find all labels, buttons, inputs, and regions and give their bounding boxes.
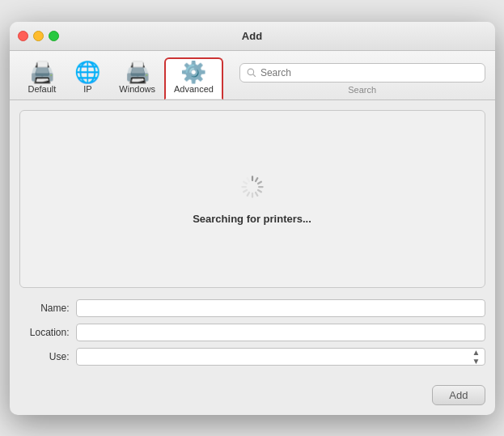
svg-line-9 bbox=[247, 193, 248, 196]
svg-line-1 bbox=[253, 74, 256, 76]
titlebar: Add bbox=[10, 22, 495, 51]
svg-line-12 bbox=[244, 182, 247, 184]
toolbar-left: 🖨️ Default 🌐 IP 🖨️ Windows ⚙️ Advanced bbox=[19, 57, 223, 99]
use-label: Use: bbox=[19, 351, 70, 362]
main-window: Add 🖨️ Default 🌐 IP 🖨️ Windows ⚙️ Advanc… bbox=[10, 22, 495, 415]
close-button[interactable] bbox=[18, 31, 28, 41]
tab-ip-label: IP bbox=[83, 84, 91, 94]
svg-line-3 bbox=[256, 178, 257, 181]
searching-text: Searching for printers... bbox=[193, 213, 311, 225]
tab-default[interactable]: 🖨️ Default bbox=[19, 57, 66, 99]
use-row: Use: ▲ ▼ bbox=[19, 348, 485, 366]
use-select-wrap: ▲ ▼ bbox=[76, 348, 485, 366]
svg-line-4 bbox=[258, 182, 261, 184]
maximize-button[interactable] bbox=[49, 31, 59, 41]
toolbar: 🖨️ Default 🌐 IP 🖨️ Windows ⚙️ Advanced bbox=[10, 51, 495, 100]
gear-icon: ⚙️ bbox=[180, 61, 206, 83]
globe-icon: 🌐 bbox=[74, 61, 100, 83]
footer: Add bbox=[10, 385, 495, 415]
svg-line-10 bbox=[244, 190, 247, 192]
search-field[interactable] bbox=[239, 63, 485, 83]
svg-line-6 bbox=[258, 190, 261, 192]
svg-line-13 bbox=[247, 178, 248, 181]
search-input[interactable] bbox=[260, 67, 478, 78]
name-row: Name: bbox=[19, 299, 485, 317]
name-label: Name: bbox=[19, 303, 70, 314]
tab-advanced[interactable]: ⚙️ Advanced bbox=[164, 57, 223, 99]
tab-ip[interactable]: 🌐 IP bbox=[65, 57, 110, 99]
location-label: Location: bbox=[19, 327, 70, 338]
add-button[interactable]: Add bbox=[432, 385, 485, 405]
windows-printer-icon: 🖨️ bbox=[125, 61, 150, 83]
search-label: Search bbox=[239, 85, 485, 95]
location-input[interactable] bbox=[76, 324, 485, 341]
tab-advanced-label: Advanced bbox=[174, 84, 214, 94]
minimize-button[interactable] bbox=[33, 31, 44, 41]
printer-list-area: Searching for printers... bbox=[19, 110, 485, 288]
name-input[interactable] bbox=[76, 299, 485, 317]
tab-default-label: Default bbox=[28, 84, 57, 94]
location-row: Location: bbox=[19, 324, 485, 341]
default-printer-icon: 🖨️ bbox=[29, 61, 55, 83]
content-area: Searching for printers... Name: Location… bbox=[10, 100, 495, 385]
window-title: Add bbox=[242, 30, 262, 42]
tab-windows-label: Windows bbox=[119, 84, 155, 94]
loading-spinner bbox=[238, 172, 267, 201]
tab-windows[interactable]: 🖨️ Windows bbox=[110, 57, 164, 99]
toolbar-right: Search bbox=[227, 63, 485, 99]
use-select[interactable] bbox=[76, 348, 485, 366]
svg-line-7 bbox=[256, 193, 257, 196]
traffic-lights bbox=[18, 31, 59, 41]
search-icon bbox=[247, 68, 256, 78]
form-fields: Name: Location: Use: ▲ ▼ bbox=[19, 299, 485, 366]
